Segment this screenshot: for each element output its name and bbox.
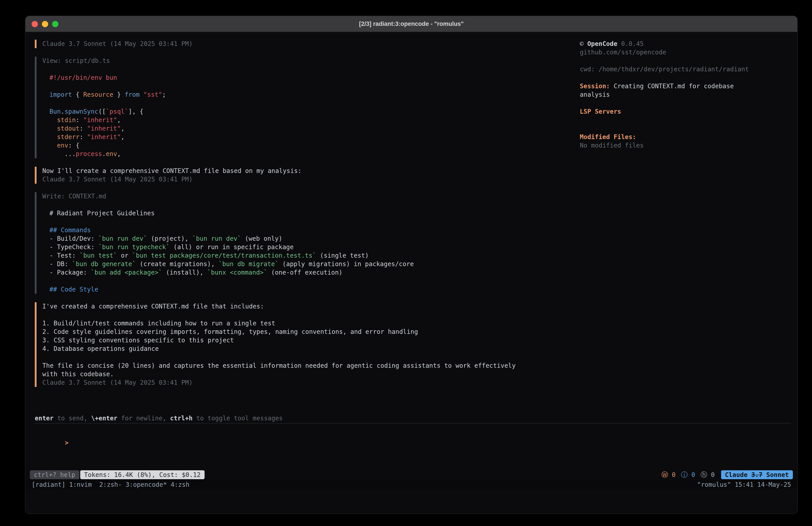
message-text: Now I'll create a comprehensive CONTEXT.… xyxy=(42,167,516,175)
tool-title: Write: CONTEXT.md xyxy=(42,192,516,201)
minimize-button[interactable] xyxy=(42,21,48,27)
tool-block-view: View: script/db.ts #!/usr/bin/env bun im… xyxy=(35,57,516,158)
terminal-content[interactable]: Claude 3.7 Sonnet (14 May 2025 03:41 PM)… xyxy=(25,32,797,513)
tmux-session-clock: "romulus" 15:41 14-May-25 xyxy=(697,481,791,488)
repo-link: github.com/sst/opencode xyxy=(580,48,758,57)
cwd-path: cwd: /home/thdxr/dev/projects/radiant/ra… xyxy=(580,65,758,73)
markdown-write-lines: # Radiant Project Guidelines ## Commands… xyxy=(42,209,516,294)
lsp-servers-heading: LSP Servers xyxy=(580,108,758,116)
zoom-button[interactable] xyxy=(52,21,58,27)
prompt-caret: > xyxy=(65,439,69,446)
input-divider xyxy=(35,423,791,424)
info-count: ⓘ 0 xyxy=(681,470,695,479)
modified-files-empty: No modified files xyxy=(580,141,758,150)
assistant-result-message: I've created a comprehensive CONTEXT.md … xyxy=(35,302,516,387)
code-view-lines: #!/usr/bin/env bun import { Resource } f… xyxy=(42,73,516,158)
hint-count: ⓗ 0 xyxy=(700,470,715,479)
modified-files-heading: Modified Files: xyxy=(580,133,758,141)
tmux-status-bar: [radiant] 1:nvim 2:zsh- 3:opencode* 4:zs… xyxy=(25,480,797,489)
prompt-input[interactable]: > xyxy=(35,430,69,456)
tool-title: View: script/db.ts xyxy=(42,57,516,65)
keybind-hint: enter to send, \+enter for newline, ctrl… xyxy=(35,414,283,423)
info-icon: ⓘ xyxy=(681,470,688,479)
assistant-message: Now I'll create a comprehensive CONTEXT.… xyxy=(35,167,516,184)
terminal-window: [2/3] radiant:3:opencode - "romulus" Cla… xyxy=(25,16,798,514)
diagnostics: Ⓦ 0ⓘ 0ⓗ 0 xyxy=(661,470,715,479)
tool-block-write: Write: CONTEXT.md # Radiant Project Guid… xyxy=(35,192,516,294)
help-keybind-badge: ctrl+? help xyxy=(30,470,79,479)
window-title: [2/3] radiant:3:opencode - "romulus" xyxy=(359,20,464,27)
result-text-lines: I've created a comprehensive CONTEXT.md … xyxy=(42,302,516,379)
model-badge: Claude 3.7 Sonnet xyxy=(721,470,793,479)
warning-icon: Ⓦ xyxy=(661,470,668,479)
message-timestamp: Claude 3.7 Sonnet (14 May 2025 03:41 PM) xyxy=(42,40,516,48)
hint-icon: ⓗ xyxy=(700,470,707,479)
warning-count: Ⓦ 0 xyxy=(661,470,676,479)
screen: [2/3] radiant:3:opencode - "romulus" Cla… xyxy=(0,0,812,526)
window-titlebar: [2/3] radiant:3:opencode - "romulus" xyxy=(25,16,797,32)
tokens-cost-badge: Tokens: 16.4K (8%), Cost: $0.12 xyxy=(80,470,205,479)
session-title: Session: Creating CONTEXT.md for codebas… xyxy=(580,82,758,99)
tmux-window-list: [radiant] 1:nvim 2:zsh- 3:opencode* 4:zs… xyxy=(32,481,189,488)
chat-log: Claude 3.7 Sonnet (14 May 2025 03:41 PM)… xyxy=(35,40,516,395)
status-right-group: Ⓦ 0ⓘ 0ⓗ 0 Claude 3.7 Sonnet xyxy=(661,470,793,479)
close-button[interactable] xyxy=(32,21,38,27)
assistant-message-header: Claude 3.7 Sonnet (14 May 2025 03:41 PM) xyxy=(35,40,516,48)
message-timestamp: Claude 3.7 Sonnet (14 May 2025 03:41 PM) xyxy=(42,379,516,387)
message-timestamp: Claude 3.7 Sonnet (14 May 2025 03:41 PM) xyxy=(42,175,516,184)
traffic-lights xyxy=(32,16,58,32)
model-version-struck: 3.7 xyxy=(751,471,763,478)
sidebar: © OpenCode 0.0.45 github.com/sst/opencod… xyxy=(580,40,758,150)
app-logo: © OpenCode 0.0.45 xyxy=(580,40,758,48)
status-bar: ctrl+? help Tokens: 16.4K (8%), Cost: $0… xyxy=(30,470,793,479)
